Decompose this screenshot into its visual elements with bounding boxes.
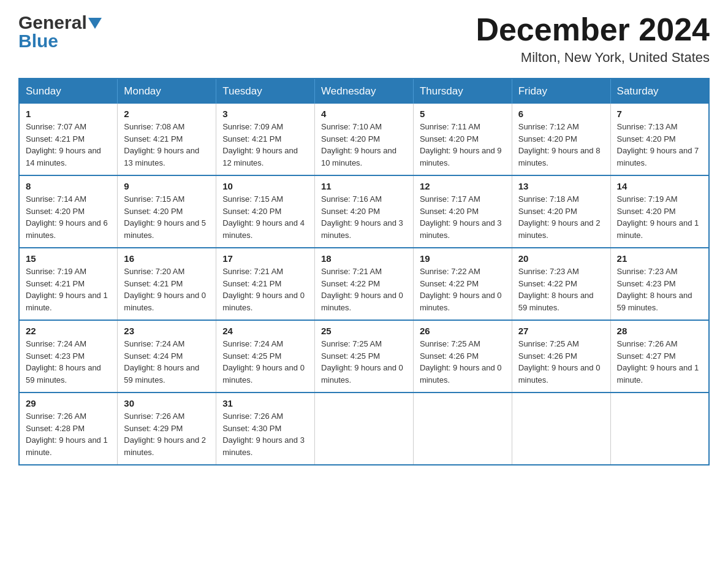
calendar-week-row: 15 Sunrise: 7:19 AM Sunset: 4:21 PM Dayl… (19, 248, 709, 320)
day-info: Sunrise: 7:19 AM Sunset: 4:21 PM Dayligh… (26, 266, 111, 313)
day-info: Sunrise: 7:22 AM Sunset: 4:22 PM Dayligh… (420, 266, 506, 313)
header-saturday: Saturday (610, 79, 709, 104)
day-number: 11 (321, 181, 407, 191)
day-info: Sunrise: 7:16 AM Sunset: 4:20 PM Dayligh… (321, 193, 407, 241)
calendar-cell: 12 Sunrise: 7:17 AM Sunset: 4:20 PM Dayl… (413, 175, 512, 248)
logo: General Blue (18, 12, 102, 52)
day-info: Sunrise: 7:23 AM Sunset: 4:23 PM Dayligh… (617, 266, 702, 313)
day-info: Sunrise: 7:21 AM Sunset: 4:22 PM Dayligh… (321, 266, 407, 313)
day-number: 23 (124, 326, 210, 336)
calendar-cell: 21 Sunrise: 7:23 AM Sunset: 4:23 PM Dayl… (610, 248, 709, 320)
day-number: 10 (222, 181, 308, 191)
day-info: Sunrise: 7:07 AM Sunset: 4:21 PM Dayligh… (26, 121, 111, 169)
day-number: 21 (617, 253, 702, 264)
calendar-cell: 27 Sunrise: 7:25 AM Sunset: 4:26 PM Dayl… (512, 320, 610, 393)
day-number: 4 (321, 109, 407, 119)
day-info: Sunrise: 7:21 AM Sunset: 4:21 PM Dayligh… (222, 266, 308, 313)
day-number: 17 (222, 253, 308, 264)
calendar-week-row: 1 Sunrise: 7:07 AM Sunset: 4:21 PM Dayli… (19, 104, 709, 175)
day-info: Sunrise: 7:26 AM Sunset: 4:27 PM Dayligh… (617, 338, 702, 386)
calendar-cell: 10 Sunrise: 7:15 AM Sunset: 4:20 PM Dayl… (216, 175, 315, 248)
day-number: 28 (617, 326, 702, 336)
day-number: 15 (26, 253, 111, 264)
header-monday: Monday (118, 79, 216, 104)
day-info: Sunrise: 7:23 AM Sunset: 4:22 PM Dayligh… (518, 266, 604, 313)
day-info: Sunrise: 7:26 AM Sunset: 4:29 PM Dayligh… (124, 410, 210, 458)
calendar-cell: 1 Sunrise: 7:07 AM Sunset: 4:21 PM Dayli… (19, 104, 118, 175)
calendar-cell: 14 Sunrise: 7:19 AM Sunset: 4:20 PM Dayl… (610, 175, 709, 248)
day-number: 5 (420, 109, 506, 119)
calendar-cell: 29 Sunrise: 7:26 AM Sunset: 4:28 PM Dayl… (19, 393, 118, 465)
calendar-week-row: 8 Sunrise: 7:14 AM Sunset: 4:20 PM Dayli… (19, 175, 709, 248)
calendar-cell: 5 Sunrise: 7:11 AM Sunset: 4:20 PM Dayli… (413, 104, 512, 175)
day-number: 25 (321, 326, 407, 336)
logo-general-text: General (18, 12, 87, 33)
day-number: 31 (222, 398, 308, 408)
calendar-cell: 31 Sunrise: 7:26 AM Sunset: 4:30 PM Dayl… (216, 393, 315, 465)
calendar-cell: 23 Sunrise: 7:24 AM Sunset: 4:24 PM Dayl… (118, 320, 216, 393)
day-info: Sunrise: 7:14 AM Sunset: 4:20 PM Dayligh… (26, 193, 111, 241)
calendar-cell: 30 Sunrise: 7:26 AM Sunset: 4:29 PM Dayl… (118, 393, 216, 465)
day-info: Sunrise: 7:12 AM Sunset: 4:20 PM Dayligh… (518, 121, 604, 169)
calendar-cell: 24 Sunrise: 7:24 AM Sunset: 4:25 PM Dayl… (216, 320, 315, 393)
day-info: Sunrise: 7:25 AM Sunset: 4:26 PM Dayligh… (518, 338, 604, 386)
day-number: 6 (518, 109, 604, 119)
location-title: Milton, New York, United States (476, 50, 710, 66)
calendar-week-row: 29 Sunrise: 7:26 AM Sunset: 4:28 PM Dayl… (19, 393, 709, 465)
calendar-cell: 16 Sunrise: 7:20 AM Sunset: 4:21 PM Dayl… (118, 248, 216, 320)
day-info: Sunrise: 7:24 AM Sunset: 4:23 PM Dayligh… (26, 338, 111, 386)
calendar-cell (315, 393, 414, 465)
day-number: 7 (617, 109, 702, 119)
day-info: Sunrise: 7:26 AM Sunset: 4:28 PM Dayligh… (26, 410, 111, 458)
day-info: Sunrise: 7:13 AM Sunset: 4:20 PM Dayligh… (617, 121, 702, 169)
calendar-cell: 6 Sunrise: 7:12 AM Sunset: 4:20 PM Dayli… (512, 104, 610, 175)
day-number: 18 (321, 253, 407, 264)
day-number: 30 (124, 398, 210, 408)
calendar-week-row: 22 Sunrise: 7:24 AM Sunset: 4:23 PM Dayl… (19, 320, 709, 393)
calendar-cell: 2 Sunrise: 7:08 AM Sunset: 4:21 PM Dayli… (118, 104, 216, 175)
day-number: 16 (124, 253, 210, 264)
day-info: Sunrise: 7:11 AM Sunset: 4:20 PM Dayligh… (420, 121, 506, 169)
calendar-cell: 19 Sunrise: 7:22 AM Sunset: 4:22 PM Dayl… (413, 248, 512, 320)
calendar-cell: 22 Sunrise: 7:24 AM Sunset: 4:23 PM Dayl… (19, 320, 118, 393)
svg-marker-0 (88, 18, 102, 29)
calendar-header-row: SundayMondayTuesdayWednesdayThursdayFrid… (19, 79, 709, 104)
day-info: Sunrise: 7:17 AM Sunset: 4:20 PM Dayligh… (420, 193, 506, 241)
day-info: Sunrise: 7:10 AM Sunset: 4:20 PM Dayligh… (321, 121, 407, 169)
day-number: 12 (420, 181, 506, 191)
calendar-cell: 4 Sunrise: 7:10 AM Sunset: 4:20 PM Dayli… (315, 104, 414, 175)
header-sunday: Sunday (19, 79, 118, 104)
day-number: 1 (26, 109, 111, 119)
calendar-cell: 8 Sunrise: 7:14 AM Sunset: 4:20 PM Dayli… (19, 175, 118, 248)
calendar-cell: 17 Sunrise: 7:21 AM Sunset: 4:21 PM Dayl… (216, 248, 315, 320)
header-friday: Friday (512, 79, 610, 104)
calendar-cell: 9 Sunrise: 7:15 AM Sunset: 4:20 PM Dayli… (118, 175, 216, 248)
day-number: 19 (420, 253, 506, 264)
calendar-cell: 18 Sunrise: 7:21 AM Sunset: 4:22 PM Dayl… (315, 248, 414, 320)
calendar-cell: 15 Sunrise: 7:19 AM Sunset: 4:21 PM Dayl… (19, 248, 118, 320)
day-info: Sunrise: 7:24 AM Sunset: 4:25 PM Dayligh… (222, 338, 308, 386)
month-title: December 2024 (476, 12, 710, 47)
calendar-cell: 11 Sunrise: 7:16 AM Sunset: 4:20 PM Dayl… (315, 175, 414, 248)
day-info: Sunrise: 7:20 AM Sunset: 4:21 PM Dayligh… (124, 266, 210, 313)
calendar-cell: 28 Sunrise: 7:26 AM Sunset: 4:27 PM Dayl… (610, 320, 709, 393)
day-info: Sunrise: 7:24 AM Sunset: 4:24 PM Dayligh… (124, 338, 210, 386)
day-number: 9 (124, 181, 210, 191)
calendar-cell: 20 Sunrise: 7:23 AM Sunset: 4:22 PM Dayl… (512, 248, 610, 320)
header-thursday: Thursday (413, 79, 512, 104)
day-info: Sunrise: 7:19 AM Sunset: 4:20 PM Dayligh… (617, 193, 702, 241)
day-number: 29 (26, 398, 111, 408)
calendar-cell: 25 Sunrise: 7:25 AM Sunset: 4:25 PM Dayl… (315, 320, 414, 393)
day-info: Sunrise: 7:18 AM Sunset: 4:20 PM Dayligh… (518, 193, 604, 241)
calendar-cell: 3 Sunrise: 7:09 AM Sunset: 4:21 PM Dayli… (216, 104, 315, 175)
day-info: Sunrise: 7:08 AM Sunset: 4:21 PM Dayligh… (124, 121, 210, 169)
calendar-cell (413, 393, 512, 465)
calendar-cell (512, 393, 610, 465)
logo-blue-text: Blue (18, 31, 102, 52)
day-number: 20 (518, 253, 604, 264)
day-number: 26 (420, 326, 506, 336)
calendar-table: SundayMondayTuesdayWednesdayThursdayFrid… (18, 78, 710, 465)
page-header: General Blue December 2024 Milton, New Y… (18, 12, 710, 66)
day-number: 2 (124, 109, 210, 119)
day-info: Sunrise: 7:25 AM Sunset: 4:25 PM Dayligh… (321, 338, 407, 386)
